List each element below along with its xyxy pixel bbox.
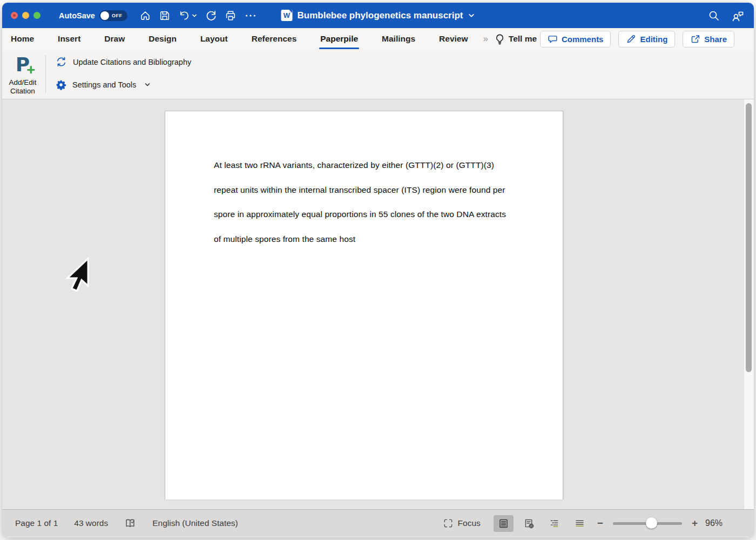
toggle-knob: [100, 11, 109, 20]
focus-icon: [443, 518, 454, 529]
document-paragraph: of multiple spores from the same host: [214, 234, 563, 244]
close-button[interactable]: [11, 12, 18, 19]
settings-chevron-down-icon: [144, 82, 151, 88]
minimize-button[interactable]: [22, 12, 29, 19]
search-button[interactable]: [707, 9, 720, 22]
tab-home[interactable]: Home: [10, 28, 35, 50]
tab-draw[interactable]: Draw: [103, 28, 126, 50]
language-selector[interactable]: English (United States): [152, 518, 238, 528]
focus-label: Focus: [458, 518, 481, 528]
autosave-label: AutoSave: [59, 11, 95, 20]
redo-icon: [205, 9, 217, 22]
contacts-button[interactable]: [731, 9, 745, 23]
print-layout-icon: [498, 518, 509, 529]
share-icon: [690, 34, 700, 44]
add-edit-citation-button[interactable]: P+ Add/Edit Citation: [2, 52, 43, 96]
undo-icon: [178, 9, 191, 22]
status-bar: Page 1 of 1 43 words English (United Sta…: [2, 509, 754, 537]
share-button[interactable]: Share: [683, 31, 734, 48]
contacts-icon: [731, 9, 745, 23]
update-citations-label: Update Citations and Bibliography: [73, 58, 191, 66]
titlebar: AutoSave OFF: [2, 3, 754, 28]
tab-overflow-chevrons[interactable]: ››: [483, 33, 487, 44]
add-edit-citation-label: Add/Edit Citation: [9, 78, 36, 96]
zoom-slider[interactable]: [613, 518, 682, 529]
update-citations-button[interactable]: Update Citations and Bibliography: [56, 56, 191, 68]
document-paragraph: spore in approximately equal proportions…: [214, 210, 563, 219]
tab-mailings[interactable]: Mailings: [381, 28, 416, 50]
document-paragraph: repeat units within the internal transcr…: [214, 185, 563, 195]
cursor-arrow: [65, 256, 90, 294]
tab-insert[interactable]: Insert: [57, 28, 82, 50]
tell-me-label: Tell me: [509, 34, 537, 44]
tell-me-button[interactable]: Tell me: [495, 33, 537, 45]
ribbon-tabs: Home Insert Draw Design Layout Reference…: [2, 28, 754, 50]
word-app-window: AutoSave OFF: [2, 3, 754, 537]
print-layout-view-button[interactable]: [494, 515, 514, 532]
tab-design[interactable]: Design: [147, 28, 178, 50]
window-controls: [11, 12, 40, 19]
fullscreen-button[interactable]: [33, 12, 40, 19]
document-paragraph: At least two rRNA variants, characterize…: [214, 160, 563, 170]
comments-label: Comments: [562, 35, 604, 44]
scrollbar-track[interactable]: [744, 99, 754, 509]
tab-review[interactable]: Review: [438, 28, 469, 50]
page-count[interactable]: Page 1 of 1: [15, 518, 58, 528]
web-layout-icon: [523, 518, 535, 529]
settings-tools-label: Settings and Tools: [72, 80, 136, 89]
share-label: Share: [704, 35, 727, 44]
autosave-state: OFF: [112, 13, 123, 18]
zoom-percentage[interactable]: 96%: [705, 518, 733, 528]
tab-layout[interactable]: Layout: [199, 28, 229, 50]
print-button[interactable]: [225, 10, 237, 22]
focus-button[interactable]: Focus: [443, 518, 481, 529]
home-button[interactable]: [139, 10, 151, 22]
editing-button[interactable]: Editing: [618, 31, 675, 48]
zoom-slider-thumb[interactable]: [646, 517, 657, 529]
draft-view-icon: [574, 518, 585, 529]
document-area: At least two rRNA variants, characterize…: [2, 99, 754, 509]
document-title: Bumblebee phylogenetics manuscript: [297, 10, 463, 21]
proofing-button[interactable]: [124, 517, 136, 529]
autosave-toggle[interactable]: OFF: [99, 10, 127, 21]
paperpile-ribbon: P+ Add/Edit Citation Update Citations an…: [2, 50, 754, 99]
word-doc-icon: W: [281, 10, 292, 21]
autosave-control: AutoSave OFF: [59, 10, 127, 21]
document-page[interactable]: At least two rRNA variants, characterize…: [165, 111, 563, 500]
search-icon: [707, 9, 720, 22]
comments-button[interactable]: Comments: [540, 31, 611, 48]
undo-button[interactable]: [178, 9, 197, 22]
zoom-in-button[interactable]: +: [690, 517, 700, 529]
zoom-out-button[interactable]: −: [595, 517, 605, 529]
scrollbar-thumb[interactable]: [746, 103, 752, 372]
tab-paperpile[interactable]: Paperpile: [319, 28, 359, 50]
tab-references[interactable]: References: [251, 28, 298, 50]
ribbon-divider: [45, 55, 46, 93]
draft-view-button[interactable]: [570, 515, 590, 532]
paperpile-logo: P+: [12, 55, 33, 77]
word-count[interactable]: 43 words: [74, 518, 108, 528]
home-icon: [139, 10, 151, 22]
web-layout-view-button[interactable]: [519, 515, 539, 532]
more-icon: [244, 10, 257, 22]
comment-icon: [548, 34, 558, 44]
refresh-icon: [56, 56, 67, 68]
editing-label: Editing: [640, 35, 667, 44]
save-button[interactable]: [159, 10, 171, 22]
gear-icon: [56, 79, 66, 90]
redo-button[interactable]: [205, 9, 217, 22]
proofing-icon: [124, 517, 136, 529]
settings-tools-button[interactable]: Settings and Tools: [56, 79, 191, 90]
outline-view-button[interactable]: [544, 515, 564, 532]
save-icon: [159, 10, 171, 22]
lightbulb-icon: [495, 33, 505, 45]
document-title-group[interactable]: W Bumblebee phylogenetics manuscript: [281, 10, 475, 21]
pencil-icon: [626, 34, 636, 44]
more-button[interactable]: [244, 10, 257, 22]
print-icon: [225, 10, 237, 22]
title-chevron-down-icon: [468, 12, 475, 19]
outline-view-icon: [549, 518, 560, 529]
chevron-down-icon: [192, 13, 197, 18]
